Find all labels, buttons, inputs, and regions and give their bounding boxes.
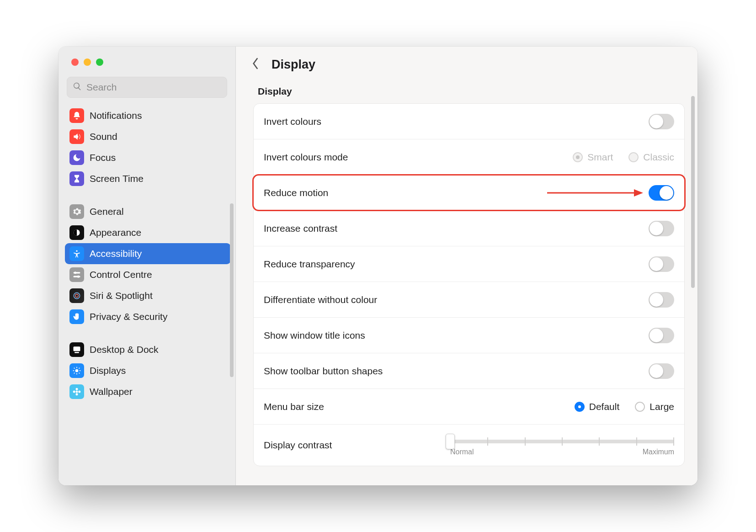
slider-display-contrast[interactable]: Normal Maximum [450,434,674,456]
minimize-button[interactable] [84,59,91,66]
back-button[interactable] [251,57,260,72]
toggle-differentiate-colour[interactable] [649,292,674,308]
search-field[interactable] [67,77,227,98]
arrow-annotation-icon [547,187,643,198]
sidebar-item-label: Accessibility [90,248,142,259]
sidebar-divider [65,327,231,339]
row-differentiate-colour: Differentiate without colour [254,282,684,318]
row-label: Show toolbar button shapes [264,366,383,377]
radio-classic: Classic [628,152,674,163]
sidebar-item-sound[interactable]: Sound [65,126,231,147]
sidebar-item-appearance[interactable]: Appearance [65,222,231,243]
appearance-icon [69,225,84,240]
row-reduce-transparency: Reduce transparency [254,246,684,282]
main-panel: Display Display Invert colours Invert co… [236,47,697,485]
sidebar-item-screen-time[interactable]: Screen Time [65,168,231,189]
page-title: Display [272,58,315,72]
hand-icon [69,309,84,324]
toggle-toolbar-button-shapes[interactable] [649,363,674,379]
sidebar-item-label: Wallpaper [90,386,133,397]
row-toolbar-button-shapes: Show toolbar button shapes [254,353,684,389]
row-invert-colours: Invert colours [254,104,684,139]
toggle-reduce-motion[interactable] [649,185,674,201]
sidebar-item-control-centre[interactable]: Control Centre [65,264,231,285]
maximize-button[interactable] [96,59,103,66]
sidebar-item-label: Privacy & Security [90,311,167,322]
radio-large[interactable]: Large [635,401,674,412]
radio-dot-icon [573,152,583,162]
main-scrollbar[interactable] [691,96,695,288]
sidebar: Notifications Sound Focus Screen Time Ge… [59,47,236,485]
svg-point-6 [74,293,80,298]
sidebar-item-label: Screen Time [90,173,144,184]
main-content: Display Invert colours Invert colours mo… [236,72,697,466]
sidebar-item-notifications[interactable]: Notifications [65,105,231,126]
row-label: Invert colours [264,116,321,127]
svg-line-17 [74,373,75,374]
radio-label: Default [589,401,620,412]
svg-point-1 [76,250,77,252]
slider-ticks [450,437,674,446]
speaker-icon [69,129,84,144]
search-container [59,66,235,104]
row-label: Reduce transparency [264,259,355,270]
row-menu-bar-size: Menu bar size Default Large [254,389,684,425]
sidebar-item-label: Sound [90,131,117,142]
search-icon [73,82,86,93]
slider-track[interactable] [450,440,674,443]
main-header: Display [236,47,697,72]
radio-dot-icon [575,402,585,412]
moon-icon [69,150,84,165]
radio-label: Classic [643,152,674,163]
slider-thumb[interactable] [446,434,455,449]
sidebar-item-label: Focus [90,152,116,163]
toggle-reduce-transparency[interactable] [649,256,674,272]
row-increase-contrast: Increase contrast [254,211,684,246]
flower-icon [69,384,84,399]
toggle-window-title-icons[interactable] [649,328,674,343]
svg-point-21 [76,393,78,395]
sidebar-item-wallpaper[interactable]: Wallpaper [65,381,231,402]
bell-icon [69,108,84,123]
sidebar-item-accessibility[interactable]: Accessibility [65,243,231,264]
sidebar-item-displays[interactable]: Displays [65,360,231,381]
sidebar-item-siri-spotlight[interactable]: Siri & Spotlight [65,285,231,306]
sidebar-list: Notifications Sound Focus Screen Time Ge… [59,104,235,485]
search-input[interactable] [86,82,221,93]
section-title: Display [253,86,685,103]
slider-max-label: Maximum [643,448,674,456]
svg-point-10 [75,369,79,372]
row-reduce-motion: Reduce motion [254,175,684,211]
svg-line-18 [79,368,80,369]
radio-label: Large [650,401,674,412]
toggle-increase-contrast[interactable] [649,221,674,236]
svg-rect-8 [74,346,80,351]
row-label: Invert colours mode [264,152,348,163]
svg-rect-9 [75,352,79,353]
sidebar-item-desktop-dock[interactable]: Desktop & Dock [65,339,231,360]
row-window-title-icons: Show window title icons [254,318,684,353]
row-label: Differentiate without colour [264,294,377,305]
sidebar-item-focus[interactable]: Focus [65,147,231,168]
window-controls [59,47,235,66]
sidebar-item-privacy-security[interactable]: Privacy & Security [65,306,231,327]
svg-point-4 [74,271,76,274]
toggle-invert-colours[interactable] [649,114,674,129]
sidebar-item-label: Control Centre [90,269,152,280]
radio-label: Smart [587,152,613,163]
svg-line-15 [74,368,75,369]
dock-icon [69,342,84,357]
radio-group-invert-mode: Smart Classic [573,152,674,163]
radio-dot-icon [635,402,645,412]
svg-point-23 [78,391,80,393]
sidebar-scrollbar[interactable] [230,203,234,377]
row-invert-colours-mode: Invert colours mode Smart Classic [254,139,684,175]
sidebar-item-general[interactable]: General [65,201,231,222]
row-label: Show window title icons [264,330,365,341]
sidebar-item-label: Appearance [90,227,141,238]
radio-default[interactable]: Default [575,401,620,412]
system-settings-window: Notifications Sound Focus Screen Time Ge… [59,47,697,485]
svg-point-22 [73,391,75,393]
close-button[interactable] [71,59,79,66]
radio-smart: Smart [573,152,613,163]
